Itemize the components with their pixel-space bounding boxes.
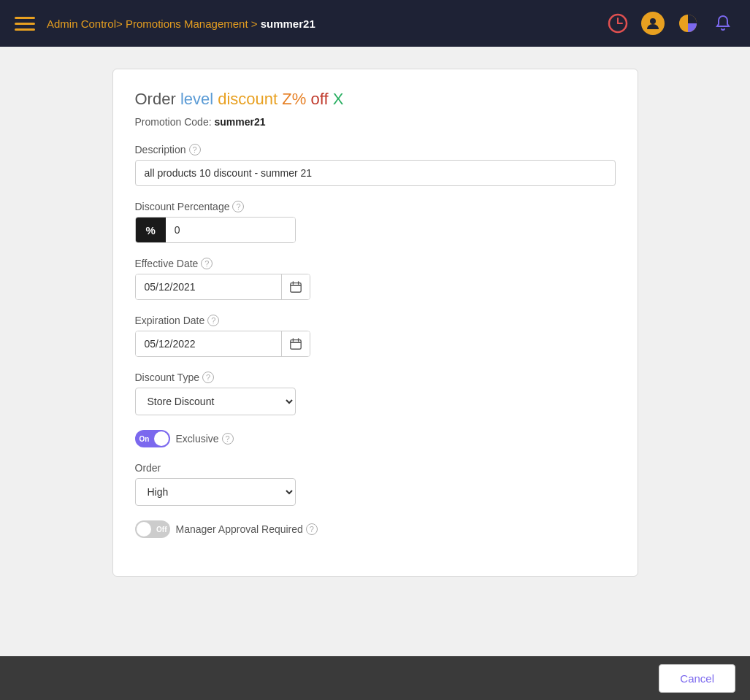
promotion-code-label: Promotion Code: (135, 116, 212, 128)
svg-rect-9 (290, 340, 300, 350)
form-title: Order level discount Z% off X (135, 90, 616, 109)
header-right (605, 11, 735, 36)
svg-rect-5 (290, 283, 300, 293)
description-group: Description ? (135, 144, 616, 186)
expiration-date-input-wrapper (135, 331, 310, 357)
order-select[interactable]: High Medium Low (135, 478, 296, 506)
discount-percentage-input[interactable] (166, 218, 296, 242)
discount-type-help-icon[interactable]: ? (202, 372, 214, 383)
title-order: Order (135, 90, 176, 108)
breadcrumb-sep1: > (116, 18, 126, 30)
effective-date-calendar-btn[interactable] (281, 274, 310, 299)
order-label: Order (135, 462, 616, 474)
expiration-date-group: Expiration Date ? (135, 315, 616, 357)
title-level: level (180, 90, 213, 108)
expiration-date-label: Expiration Date ? (135, 315, 616, 326)
main-content: Order level discount Z% off X Promotion … (0, 47, 750, 656)
manager-approval-toggle-state-label: Off (156, 526, 167, 534)
breadcrumb-sep2: > (248, 18, 261, 30)
discount-percentage-group: Discount Percentage ? % (135, 201, 616, 243)
expiration-date-help-icon[interactable]: ? (207, 315, 219, 326)
expiration-date-calendar-btn[interactable] (281, 331, 310, 356)
expiration-date-input[interactable] (136, 331, 281, 356)
discount-type-group: Discount Type ? Store Discount Order Dis… (135, 372, 616, 415)
hamburger-icon[interactable] (15, 17, 35, 31)
breadcrumb-promotions[interactable]: Promotions Management (126, 18, 248, 30)
clock-icon[interactable] (605, 11, 630, 36)
discount-percentage-input-wrapper: % (135, 217, 296, 243)
manager-approval-label: Manager Approval Required ? (176, 523, 318, 535)
form-card: Order level discount Z% off X Promotion … (112, 69, 638, 577)
exclusive-toggle-row: On Exclusive ? (135, 430, 616, 447)
breadcrumb-current: summer21 (261, 18, 315, 30)
percent-badge: % (136, 218, 166, 242)
exclusive-toggle-track[interactable]: On (135, 430, 170, 447)
effective-date-label: Effective Date ? (135, 258, 616, 269)
exclusive-label: Exclusive ? (176, 433, 234, 445)
effective-date-input[interactable] (136, 274, 281, 299)
description-help-icon[interactable]: ? (189, 144, 201, 155)
breadcrumb-admin[interactable]: Admin Control (47, 18, 116, 30)
description-label: Description ? (135, 144, 616, 155)
footer: Cancel (0, 656, 750, 700)
order-group: Order High Medium Low (135, 462, 616, 506)
cancel-button[interactable]: Cancel (659, 664, 735, 693)
exclusive-toggle[interactable]: On (135, 430, 170, 447)
manager-approval-toggle-thumb (137, 522, 151, 536)
header-left: Admin Control> Promotions Management > s… (15, 17, 315, 31)
title-z: Z% (282, 90, 306, 108)
exclusive-toggle-state-label: On (139, 435, 150, 443)
svg-point-3 (650, 18, 656, 24)
discount-type-select[interactable]: Store Discount Order Discount Item Disco… (135, 388, 296, 415)
exclusive-help-icon[interactable]: ? (222, 433, 234, 445)
header: Admin Control> Promotions Management > s… (0, 0, 750, 47)
effective-date-input-wrapper (135, 274, 310, 300)
title-off: off (310, 90, 328, 108)
promotion-code-value: summer21 (214, 116, 265, 128)
manager-approval-toggle-track[interactable]: Off (135, 520, 170, 538)
effective-date-help-icon[interactable]: ? (201, 258, 213, 269)
bell-icon[interactable] (711, 11, 735, 36)
description-input[interactable] (135, 160, 616, 186)
discount-percentage-label: Discount Percentage ? (135, 201, 616, 212)
breadcrumb: Admin Control> Promotions Management > s… (47, 18, 315, 30)
discount-percentage-help-icon[interactable]: ? (232, 201, 244, 212)
title-x: X (333, 90, 344, 108)
manager-approval-help-icon[interactable]: ? (306, 523, 318, 535)
manager-approval-toggle-row: Off Manager Approval Required ? (135, 520, 616, 538)
promotion-code-row: Promotion Code: summer21 (135, 116, 616, 128)
exclusive-toggle-thumb (154, 431, 169, 446)
title-discount: discount (218, 90, 278, 108)
discount-type-label: Discount Type ? (135, 372, 616, 383)
pie-chart-icon[interactable] (676, 11, 700, 36)
effective-date-group: Effective Date ? (135, 258, 616, 300)
user-icon[interactable] (640, 11, 665, 36)
manager-approval-toggle[interactable]: Off (135, 520, 170, 538)
